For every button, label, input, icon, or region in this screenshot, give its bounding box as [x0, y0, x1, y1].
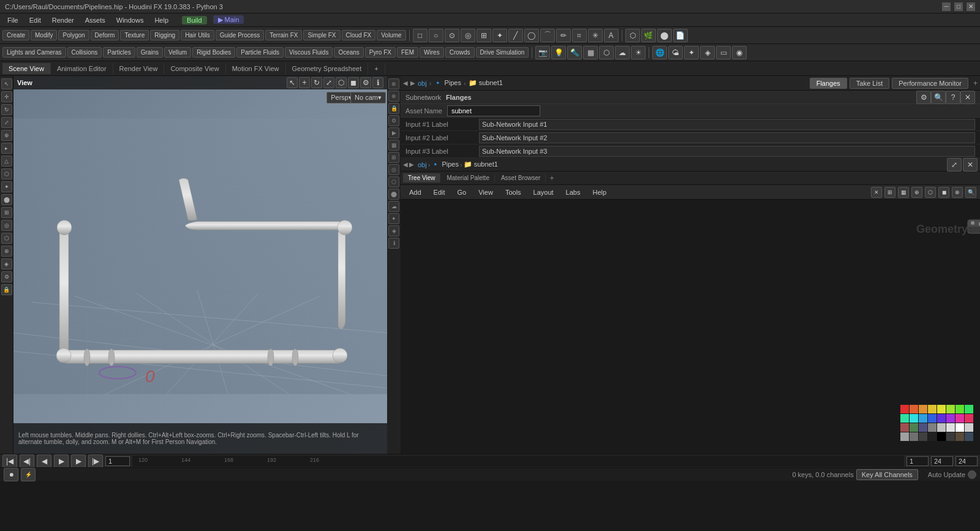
- tb-curve[interactable]: ⌒: [540, 29, 555, 42]
- subnet-close[interactable]: ✕: [960, 91, 975, 104]
- tb-lsystem[interactable]: 🌿: [641, 29, 656, 42]
- color-light-gray[interactable]: [937, 423, 946, 432]
- tb-tube[interactable]: ⊙: [445, 29, 459, 42]
- color-slate-blue[interactable]: [919, 423, 927, 432]
- tb-rigidbodies[interactable]: Rigid Bodies: [192, 47, 235, 58]
- tool-12[interactable]: 🔒: [1, 284, 12, 295]
- tb-simplefx[interactable]: Simple FX: [303, 30, 340, 40]
- tab-takelist[interactable]: Take List: [850, 78, 889, 89]
- tb-texture[interactable]: Texture: [120, 30, 149, 40]
- vp-tool-select[interactable]: ↖: [287, 77, 298, 88]
- ng-subnet1-link[interactable]: 📁 subnet1: [464, 160, 498, 168]
- vr-icon-11[interactable]: ☁: [388, 201, 399, 212]
- tool-4[interactable]: ✦: [1, 181, 12, 192]
- close-button[interactable]: ✕: [967, 2, 975, 11]
- ng-pipes-link[interactable]: 🔹 Pipes: [431, 160, 459, 168]
- tb-particlefluids[interactable]: Particle Fluids: [236, 47, 284, 58]
- tool-2[interactable]: △: [1, 156, 12, 167]
- tool-1[interactable]: ▸: [1, 143, 12, 154]
- tool-scale[interactable]: ⤢: [1, 117, 12, 128]
- key-all-channels-button[interactable]: Key All Channels: [856, 469, 918, 480]
- vr-icon-9[interactable]: ⬡: [388, 176, 399, 187]
- tab-animeditor[interactable]: Animation Editor: [51, 63, 113, 74]
- color-orange-red[interactable]: [910, 405, 918, 413]
- menu-windows[interactable]: Windows: [111, 15, 149, 25]
- tb-grid[interactable]: ⊞: [477, 29, 491, 42]
- tb-ambientlight[interactable]: ◉: [732, 46, 747, 59]
- tb-arealight[interactable]: ▦: [583, 46, 598, 59]
- tb-file[interactable]: 📄: [673, 29, 688, 42]
- tool-10[interactable]: ◈: [1, 258, 12, 269]
- tb-grains[interactable]: Grains: [137, 47, 163, 58]
- tb-line[interactable]: ╱: [508, 29, 523, 42]
- color-teal-green[interactable]: [900, 414, 909, 423]
- tab-sceneview[interactable]: Scene View: [2, 63, 51, 74]
- color-cool-dark[interactable]: [965, 432, 973, 441]
- ng-tab-assetbrowser[interactable]: Asset Browser: [496, 173, 546, 183]
- color-brown-red[interactable]: [900, 423, 909, 432]
- vp-tool-rotate[interactable]: ↻: [311, 77, 322, 88]
- tb-hairutils[interactable]: Hair Utils: [181, 30, 214, 40]
- color-warm-dark[interactable]: [956, 432, 964, 441]
- tool-3[interactable]: ⬡: [1, 168, 12, 179]
- color-medium-gray[interactable]: [900, 432, 909, 441]
- color-near-white[interactable]: [946, 423, 955, 432]
- vr-icon-5[interactable]: ▶: [388, 127, 399, 138]
- tab-geosheet[interactable]: Geometry Spreadsheet: [286, 63, 369, 74]
- tb-torus[interactable]: ◎: [461, 29, 475, 42]
- frame-start-input[interactable]: [907, 456, 929, 466]
- tb-viscousfluids[interactable]: Viscous Fluids: [285, 47, 333, 58]
- tb-metaball[interactable]: ⬤: [657, 29, 672, 42]
- color-olive-green[interactable]: [910, 423, 918, 432]
- ng-maximize[interactable]: ⤢: [947, 158, 962, 171]
- subnet-settings[interactable]: ⚙: [916, 91, 931, 104]
- minimize-button[interactable]: ─: [942, 2, 951, 11]
- ng-tab-material[interactable]: Material Palette: [442, 173, 494, 183]
- maximize-button[interactable]: □: [954, 2, 963, 11]
- tb-pointlight[interactable]: 💡: [551, 46, 566, 59]
- timeline-prev-frame[interactable]: ◀: [37, 454, 51, 468]
- tool-rotate[interactable]: ↻: [1, 104, 12, 115]
- tool-move[interactable]: ✛: [1, 91, 12, 102]
- tb-collisions[interactable]: Collisions: [67, 47, 102, 58]
- vr-icon-3[interactable]: 🔒: [388, 103, 399, 114]
- tb-null[interactable]: ✦: [492, 29, 507, 42]
- vr-icon-10[interactable]: ⬤: [388, 189, 399, 200]
- tab-motionfx[interactable]: Motion FX View: [226, 63, 286, 74]
- vp-tool-move[interactable]: +: [299, 77, 310, 88]
- rp-subnet1-link[interactable]: 📁 subnet1: [469, 79, 503, 87]
- add-pane-button[interactable]: +: [973, 79, 978, 88]
- tool-5[interactable]: ⬤: [1, 194, 12, 205]
- tb-polygon[interactable]: Polygon: [58, 30, 89, 40]
- vp-display-opts[interactable]: ⚙: [360, 77, 371, 88]
- color-gray[interactable]: [928, 423, 937, 432]
- vr-icon-4[interactable]: ⚙: [388, 115, 399, 126]
- tb-particles[interactable]: Particles: [103, 47, 135, 58]
- subnet-info[interactable]: ?: [946, 91, 960, 104]
- vp-tool-scale[interactable]: ⤢: [323, 77, 334, 88]
- viewport[interactable]: View ↖ + ↻ ⤢ ⬡ ◼ ⚙ ℹ Persp▾ No cam▾: [13, 76, 387, 454]
- asset-name-input[interactable]: [447, 105, 540, 116]
- tb-rigging[interactable]: Rigging: [150, 30, 179, 40]
- auto-keyframe[interactable]: ⚡: [21, 468, 36, 481]
- tab-flanges[interactable]: Flanges: [810, 78, 847, 89]
- tab-renderview[interactable]: Render View: [113, 63, 165, 74]
- tb-volume[interactable]: Volume: [377, 30, 405, 40]
- tb-photonic[interactable]: ⬡: [625, 29, 640, 42]
- timeline-play[interactable]: ▶: [54, 454, 69, 468]
- color-blue[interactable]: [928, 414, 937, 423]
- tb-crowds[interactable]: Crowds: [445, 47, 475, 58]
- vr-icon-1[interactable]: ⊕: [388, 78, 399, 89]
- vr-icon-12[interactable]: ✦: [388, 213, 399, 224]
- color-white[interactable]: [956, 423, 964, 432]
- vr-icon-14[interactable]: ℹ: [388, 238, 399, 249]
- tool-handle[interactable]: ⊕: [1, 130, 12, 141]
- color-yellow-orange[interactable]: [928, 405, 937, 413]
- tb-oceans[interactable]: Oceans: [334, 47, 363, 58]
- input3-value[interactable]: [479, 146, 975, 157]
- tb-fem[interactable]: FEM: [397, 47, 418, 58]
- ng-tab-add[interactable]: +: [549, 174, 554, 183]
- tool-8[interactable]: ⬡: [1, 233, 12, 244]
- tab-perfmonitor[interactable]: Performance Monitor: [892, 78, 968, 89]
- tb-causticlight[interactable]: ◈: [700, 46, 715, 59]
